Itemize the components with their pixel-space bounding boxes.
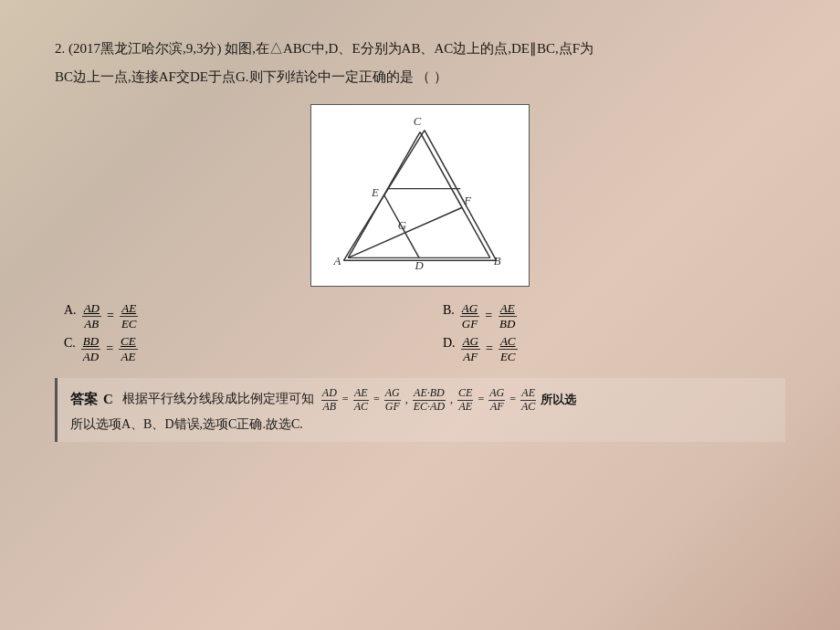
svg-line-8 [348, 207, 462, 257]
svg-text:C: C [414, 115, 422, 128]
svg-text:F: F [463, 194, 471, 207]
option-d-label: D. [443, 334, 456, 351]
page-content: 2. (2017黑龙江哈尔滨,9,3分) 如图,在△ABC中,D、E分别为AB、… [0, 0, 840, 469]
answer-line2: 所以选项A、B、D错误,选项C正确.故选C. [70, 416, 772, 433]
option-a-label: A. [64, 301, 77, 318]
svg-text:D: D [414, 259, 424, 272]
svg-text:A: A [333, 255, 341, 268]
option-a-frac1-den: AB [82, 317, 100, 331]
ans-frac-AG-GF: AGGF [384, 387, 401, 412]
ans-frac-AD-AB: ADAB [321, 387, 338, 412]
option-d: D. AG AF = AC EC [443, 334, 785, 363]
option-c-fractions: BD AD = CE AE [81, 334, 138, 363]
option-a: A. AD AB = AE EC [64, 301, 406, 331]
option-a-frac2: AE EC [120, 301, 139, 331]
diagram-container: C A B D E F G [55, 104, 785, 287]
option-c-frac1-num: BD [81, 334, 100, 350]
option-c-label: C. [64, 334, 76, 351]
option-b-frac1: AG GF [460, 301, 479, 331]
answer-explanation: 根据平行线分线段成比例定理可知 [122, 387, 314, 410]
ans-frac-AE-AC2: AEAC [520, 387, 536, 412]
option-d-frac2: AC EC [499, 334, 518, 363]
question-line2: BC边上一点,连接AF交DE于点G.则下列结论中一定正确的是 （ ） [55, 65, 785, 89]
option-c-frac1: BD AD [81, 334, 100, 363]
svg-text:G: G [398, 219, 406, 232]
option-a-frac2-den: EC [120, 317, 139, 331]
option-d-frac1: AG AF [461, 334, 480, 363]
answer-section: 答案 C 根据平行线分线段成比例定理可知 ADAB = AEAC = AGGF … [55, 378, 785, 441]
option-a-frac1: AD AB [82, 301, 101, 331]
ans-frac-CE-AE: CEAE [457, 387, 473, 412]
question-text-line1: 如图,在△ABC中,D、E分别为AB、AC边上的点,DE∥BC,点F为 [225, 41, 593, 56]
ans-frac-AEBD-ECAD: AE·BDEC·AD [413, 387, 446, 412]
options-area: A. AD AB = AE EC B. AG GF = [55, 301, 785, 363]
option-a-equals: = [105, 309, 116, 323]
option-c-frac2-num: CE [119, 334, 138, 350]
option-c-frac2-den: AE [119, 350, 137, 364]
option-c-equals: = [104, 341, 115, 356]
option-b-frac1-den: GF [460, 317, 479, 331]
svg-line-6 [420, 132, 490, 258]
question-blank: （ ） [416, 69, 447, 84]
question-line1: 2. (2017黑龙江哈尔滨,9,3分) 如图,在△ABC中,D、E分别为AB、… [55, 37, 785, 61]
option-c: C. BD AD = CE AE [64, 334, 406, 363]
svg-line-2 [425, 131, 497, 261]
option-a-frac2-num: AE [120, 301, 138, 317]
option-d-equals: = [484, 341, 495, 356]
option-b-frac2: AE BD [498, 301, 517, 331]
option-d-fractions: AG AF = AC EC [461, 334, 518, 363]
option-a-frac1-num: AD [82, 301, 101, 317]
geometry-svg: C A B D E F G [319, 112, 521, 278]
geometry-diagram: C A B D E F G [310, 104, 530, 287]
option-b-equals: = [483, 309, 494, 323]
option-c-frac1-den: AD [81, 350, 100, 364]
option-a-fractions: AD AB = AE EC [82, 301, 139, 331]
ans-frac-AE-AC: AEAC [353, 387, 369, 412]
option-d-frac2-num: AC [499, 334, 518, 350]
option-d-frac2-den: EC [499, 350, 518, 364]
option-b: B. AG GF = AE BD [443, 301, 785, 331]
option-d-frac1-num: AG [461, 334, 480, 350]
question-number: 2. [55, 41, 65, 56]
answer-letter: C [103, 387, 113, 412]
question-source: (2017黑龙江哈尔滨,9,3分) [68, 41, 222, 56]
option-b-frac1-num: AG [460, 301, 479, 317]
answer-line1: 答案 C 根据平行线分线段成比例定理可知 ADAB = AEAC = AGGF … [70, 387, 772, 412]
ans-frac-AG-AF: AGAF [488, 387, 505, 412]
answer-label: 答案 [70, 387, 98, 412]
option-b-fractions: AG GF = AE BD [460, 301, 518, 331]
option-b-frac2-num: AE [499, 301, 517, 317]
question-text-line2: BC边上一点,连接AF交DE于点G.则下列结论中一定正确的是 [55, 69, 414, 84]
option-d-frac1-den: AF [461, 350, 479, 364]
option-b-frac2-den: BD [498, 317, 517, 331]
svg-text:B: B [494, 255, 501, 268]
svg-text:E: E [371, 186, 379, 199]
option-c-frac2: CE AE [119, 334, 138, 363]
answer-conclusion: 所以选项A、B、D错误,选项C正确.故选C. [70, 417, 303, 431]
option-b-label: B. [443, 301, 455, 318]
